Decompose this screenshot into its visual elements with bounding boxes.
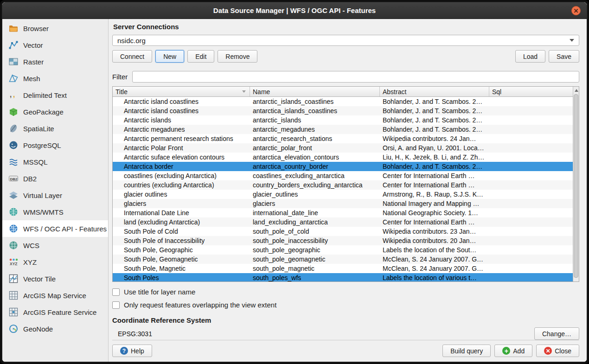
sidebar-item-wms-wmts[interactable]: WMS/WMTS <box>2 204 108 220</box>
table-row-antarctic-research-stations[interactable]: Antarctic permanent research stationsant… <box>113 134 573 143</box>
sidebar-item-mesh[interactable]: Mesh <box>2 70 108 87</box>
window-title: Data Source Manager | WFS / OGC API - Fe… <box>213 6 376 14</box>
postgresql-icon <box>8 140 19 150</box>
cell-abstract: McClean, S. 24 January 2007. G… <box>380 265 489 272</box>
table-row-south-pole-inaccessibility[interactable]: South Pole of Inaccessibilitysouth_pole_… <box>113 236 573 245</box>
sidebar-item-raster[interactable]: Raster <box>2 53 108 70</box>
table-row-south-pole-geomagnetic[interactable]: South Pole, Geomagneticsouth_pole_geomag… <box>113 255 573 264</box>
new-button[interactable]: New <box>155 50 184 63</box>
server-connection-combobox[interactable]: nsidc.org <box>112 35 579 46</box>
sidebar-item-geonode[interactable]: GeoNode <box>2 320 108 337</box>
cell-title: Antarctic suface elevation contours <box>113 153 250 161</box>
sidebar-item-browser[interactable]: Browser <box>2 20 108 37</box>
table-row-antarctic-megadunes[interactable]: Antarctic megadunesantarctic_megadunesBo… <box>113 125 573 134</box>
table-row-glacier-outlines[interactable]: glacier outlinesglacier_outlinesArmstron… <box>113 190 573 199</box>
column-header-title[interactable]: Title <box>113 87 250 96</box>
cell-name: antarctica_islands_coastlines <box>250 107 380 115</box>
load-button[interactable]: Load <box>515 50 545 63</box>
cell-name: antarctica_country_border <box>250 163 380 170</box>
window-close-button[interactable]: ✕ <box>571 6 581 15</box>
scroll-up-icon[interactable] <box>575 89 578 92</box>
remove-button[interactable]: Remove <box>218 50 257 63</box>
option-use-title-for-layer-name[interactable]: Use title for layer name <box>112 288 579 296</box>
table-row-antarctic-islands-coastlines[interactable]: Antarctic island coastlinesantarctic_isl… <box>113 97 573 106</box>
table-row-land-excluding-antarctica[interactable]: land (excluding Antarctica)land_excludin… <box>113 217 573 227</box>
mesh-icon <box>8 73 19 83</box>
help-button[interactable]: ? Help <box>112 345 152 357</box>
cell-abstract: National Imagery and Mapping … <box>380 200 489 207</box>
cell-abstract: Bohlander, J. and T. Scambos. 2… <box>380 126 489 133</box>
save-button[interactable]: Save <box>549 50 579 63</box>
add-button[interactable]: + Add <box>494 345 532 357</box>
wfs-icon <box>8 224 19 234</box>
sidebar-item-wfs-ogc-api-features[interactable]: WFS / OGC API - Features <box>2 220 108 237</box>
table-row-country-borders-excluding-antarctica[interactable]: countries (excluding Antarctica)country_… <box>113 180 573 190</box>
svg-text:,: , <box>13 90 15 98</box>
cell-name: glaciers <box>250 200 380 207</box>
options-group: Use title for layer nameOnly request fea… <box>112 282 579 309</box>
change-crs-button[interactable]: Change… <box>534 327 579 340</box>
svg-text:,: , <box>10 90 12 98</box>
sidebar-item-wcs[interactable]: WCS <box>2 237 108 254</box>
cell-abstract: Center for International Earth … <box>380 218 489 226</box>
cell-abstract: Labels the location of various t… <box>380 274 489 281</box>
option-label: Use title for layer name <box>124 288 195 296</box>
close-icon: ✕ <box>544 347 552 355</box>
cell-name: land_excluding_antarctica <box>250 218 380 226</box>
table-row-antarctic-islands[interactable]: Antarctic islandsantarctic_islandsBohlan… <box>113 115 573 125</box>
cell-title: Antarctic permanent research stations <box>113 135 250 142</box>
sidebar-item-delimited-text[interactable]: ,,Delimited Text <box>2 87 108 103</box>
checkbox-unchecked[interactable] <box>112 301 120 309</box>
sidebar-item-vector[interactable]: Vector <box>2 37 108 53</box>
table-body: Antarctic island coastlinesantarctic_isl… <box>113 97 573 282</box>
sidebar-item-arcgis-feature-service[interactable]: ArcGIS Feature Service <box>2 304 108 320</box>
close-button[interactable]: ✕ Close <box>536 345 579 357</box>
sidebar-item-postgresql[interactable]: PostgreSQL <box>2 137 108 153</box>
scrollbar-thumb[interactable] <box>574 94 578 278</box>
table-row-glaciers[interactable]: glaciersglaciersNational Imagery and Map… <box>113 199 573 208</box>
table-row-international-date-line[interactable]: International Date Lineinternational_dat… <box>113 208 573 217</box>
connect-button[interactable]: Connect <box>112 50 152 63</box>
virtual-layer-icon <box>8 190 19 200</box>
table-header: TitleNameAbstractSql <box>113 87 573 97</box>
cell-abstract: Bohlander, J. and T. Scambos. 2… <box>380 163 489 170</box>
window-frame: Data Source Manager | WFS / OGC API - Fe… <box>0 0 589 364</box>
table-row-south-pole-of-cold[interactable]: South Pole of Coldsouth_pole_of_coldWiki… <box>113 227 573 236</box>
cell-name: antarctic_research_stations <box>250 135 380 142</box>
vertical-scrollbar[interactable] <box>573 87 579 281</box>
table-row-south-poles-wfs[interactable]: South Polessouth_poles_wfsLabels the loc… <box>113 273 573 282</box>
sidebar-item-virtual-layer[interactable]: Virtual Layer <box>2 187 108 204</box>
cell-name: antarctic_polar_front <box>250 144 380 152</box>
table-row-south-pole-magnetic[interactable]: South Pole, Magneticsouth_pole_magneticM… <box>113 264 573 273</box>
edit-button[interactable]: Edit <box>187 50 214 63</box>
cell-title: South Pole, Magnetic <box>113 265 250 272</box>
checkbox-unchecked[interactable] <box>112 288 120 296</box>
sidebar-item-xyz[interactable]: XYZXYZ <box>2 254 108 270</box>
table-row-antarctica-country-border[interactable]: Antarctica borderantarctica_country_bord… <box>113 162 573 171</box>
sidebar-item-label: WMS/WMTS <box>23 208 64 216</box>
table-row-coastlines-excluding-antarctica[interactable]: coastlines (excluding Antarctica)coastli… <box>113 171 573 180</box>
table-row-south-pole-geographic[interactable]: South Pole, Geographicsouth_pole_geograp… <box>113 245 573 255</box>
table-row-antarctic-polar-front[interactable]: Antarctic Polar Frontantarctic_polar_fro… <box>113 143 573 153</box>
svg-text:XYZ: XYZ <box>10 262 18 266</box>
cell-abstract: Center for International Earth … <box>380 181 489 189</box>
column-header-sql[interactable]: Sql <box>489 87 573 96</box>
option-only-request-features-overlapping-the-view-extent[interactable]: Only request features overlapping the vi… <box>112 301 579 309</box>
sidebar-item-geopackage[interactable]: GeoPackage <box>2 103 108 120</box>
table-row-antarctica-elevation-contours[interactable]: Antarctic suface elevation contoursantar… <box>113 153 573 162</box>
filter-input[interactable] <box>132 71 579 83</box>
build-query-button[interactable]: Build query <box>442 345 491 357</box>
sidebar-item-spatialite[interactable]: SpatiaLite <box>2 120 108 137</box>
sidebar-item-arcgis-map-service[interactable]: ArcGIS Map Service <box>2 287 108 304</box>
titlebar[interactable]: Data Source Manager | WFS / OGC API - Fe… <box>2 2 587 19</box>
cell-abstract: Wikipedia contributors. 24 Jan… <box>380 135 489 142</box>
sidebar-item-db2[interactable]: DB2DB2 <box>2 170 108 187</box>
table-row-antarctica-islands-coastlines[interactable]: Antarctic island coastlinesantarctica_is… <box>113 106 573 115</box>
mssql-icon <box>8 157 19 167</box>
cell-title: South Pole, Geographic <box>113 246 250 254</box>
cell-title: Antarctic islands <box>113 116 250 124</box>
sidebar-item-mssql[interactable]: MSSQL <box>2 153 108 170</box>
column-header-abstract[interactable]: Abstract <box>380 87 489 96</box>
sidebar-item-vector-tile[interactable]: Vector Tile <box>2 270 108 287</box>
column-header-name[interactable]: Name <box>250 87 380 96</box>
